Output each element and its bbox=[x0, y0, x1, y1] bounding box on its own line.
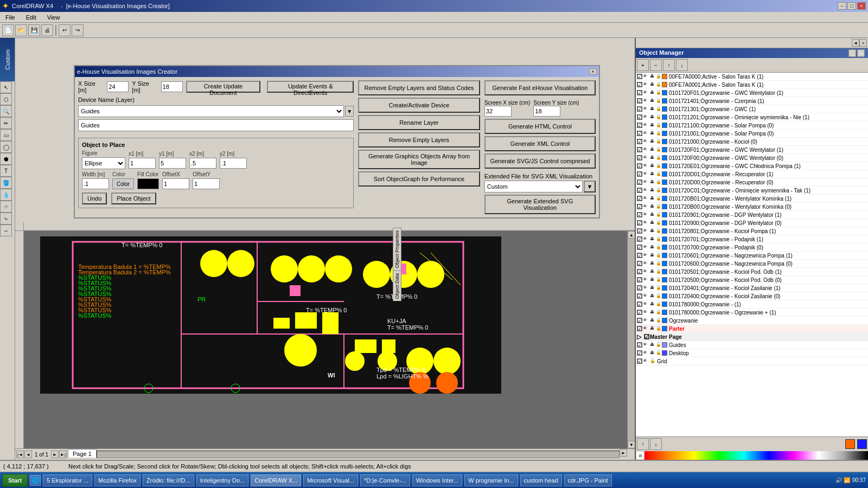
table-row[interactable]: ☑ 👁 🖶 🔒 0101720400;Ogrzewanie - Kocioł Z… bbox=[636, 292, 868, 300]
gen-xml-btn[interactable]: Generate XML Control bbox=[484, 136, 596, 151]
tb-open[interactable]: 📂 bbox=[15, 24, 27, 36]
device-select[interactable]: Guides bbox=[78, 105, 344, 117]
table-row[interactable]: ☑ 👁 🖶 🔒 0101720D00;Ogrzewanie - Recupera… bbox=[636, 178, 868, 187]
size-y-input[interactable] bbox=[161, 81, 183, 92]
table-row[interactable]: ☑ 👁 🖶 🔒 0101721000;Ogrzewanie - Kocioł (… bbox=[636, 138, 868, 146]
taskbar-item-paint[interactable]: cdr.JPG - Paint bbox=[564, 474, 612, 486]
table-row[interactable]: ☑ 👁 🖶 🔒 0101720F01;Ogrzewanie - GWC Went… bbox=[636, 146, 868, 154]
screen-x-input[interactable] bbox=[484, 106, 512, 117]
table-row[interactable]: ☑ 👁 🖶 🔒 0101720700;Ogrzewanie - Podajnik… bbox=[636, 243, 868, 252]
table-row[interactable]: ☑ 👁 🖶 🔒 0101720501;Ogrzewanie - Kocioł P… bbox=[636, 268, 868, 276]
table-row[interactable]: ☑ 👁 🖶 🔒 0101780000;Ogrzewanie - Ogrzewan… bbox=[636, 309, 868, 317]
offsetx-input[interactable] bbox=[162, 178, 189, 189]
tool-fill[interactable]: 🪣 bbox=[0, 177, 12, 189]
create-activate-btn[interactable]: Create/Activate Device bbox=[358, 98, 480, 113]
tool-select[interactable]: ↖ bbox=[0, 81, 12, 93]
tab-object-data[interactable]: Object Data bbox=[393, 271, 401, 301]
tb-redo[interactable]: ↪ bbox=[72, 24, 84, 36]
tool-freehand[interactable]: ✏ bbox=[0, 117, 12, 129]
table-row[interactable]: ☑ 👁 🖶 🔒 0101720601;Ogrzewanie - Nagrzewn… bbox=[636, 252, 868, 260]
tool-measure[interactable]: ↔ bbox=[0, 224, 12, 236]
new-layer-btn[interactable]: + bbox=[637, 59, 649, 71]
layer-eye-icon[interactable]: 👁 bbox=[643, 74, 649, 79]
table-row[interactable]: ☑ 👁 🖶 🔒 00FE7A0000;Active - Salon Taras … bbox=[636, 73, 868, 81]
tool-ellipse[interactable]: ◯ bbox=[0, 141, 12, 153]
update-events-btn[interactable]: Update Events & DirectEvents bbox=[267, 81, 354, 93]
table-row[interactable]: ☑ 👁 🖶 🔒 0101720701;Ogrzewanie - Podajnik… bbox=[636, 235, 868, 243]
v-scrollbar[interactable]: ▲ ▼ bbox=[627, 231, 635, 448]
table-row[interactable]: ☑ 👁 🖶 🔒 0101720900;Ogrzewanie - DGP Went… bbox=[636, 219, 868, 227]
tool-zoom[interactable]: 🔍 bbox=[0, 105, 12, 117]
offsety-input[interactable] bbox=[193, 178, 220, 189]
table-row[interactable]: ☑ 👁 🖶 🔒 0101721100;Ogrzewanie - Solar Po… bbox=[636, 121, 868, 130]
table-row[interactable]: ☑ 👁 🖶 🔒 0101720901;Ogrzewanie - DGP Went… bbox=[636, 211, 868, 219]
color-swatch-blue[interactable] bbox=[857, 439, 867, 449]
menu-edit[interactable]: Edit bbox=[23, 13, 40, 22]
table-row[interactable]: ☑ 👁 🖶 🔒 0101780000;Ogrzewanie - (1) bbox=[636, 300, 868, 309]
table-row[interactable]: ☑ 👁 🖶 🔒 0101721301;Ogrzewanie - GWC (1) bbox=[636, 105, 868, 113]
table-row[interactable]: ☑ 👁 🖶 🔒 0101720F01;Ogrzewanie - GWC Went… bbox=[636, 89, 868, 97]
gen-ext-svg-btn[interactable]: Generate Extended SVG Visualization bbox=[484, 195, 596, 214]
scroll-right-btn[interactable]: ► bbox=[620, 449, 627, 457]
page-prev-btn[interactable]: ◄ bbox=[24, 451, 32, 458]
taskbar-item-windows[interactable]: Windows Inter... bbox=[412, 474, 462, 486]
page-next-btn[interactable]: ► bbox=[51, 451, 59, 458]
h-scroll-track[interactable] bbox=[97, 451, 620, 458]
table-row[interactable]: ☑ 👁 🖶 🔒 0101720C01;Ogrzewanie - Ominięci… bbox=[636, 187, 868, 195]
table-row[interactable]: ☑ 👁 🖶 🔒 0101720801;Ogrzewanie - Kocioł P… bbox=[636, 227, 868, 235]
tool-interact[interactable]: ☞ bbox=[0, 201, 12, 213]
table-row[interactable]: ☑ 👁 🖶 🔒 0101720B01;Ogrzewanie - Wentylat… bbox=[636, 195, 868, 203]
panel-expand-btn[interactable]: ◄ bbox=[852, 39, 859, 47]
taskbar-item-coreldraw[interactable]: CorelDRAW X... bbox=[251, 474, 301, 486]
color-palette[interactable] bbox=[644, 451, 868, 460]
width-input[interactable] bbox=[82, 178, 109, 189]
panel-close-all-btn[interactable]: × bbox=[859, 39, 867, 47]
table-row[interactable]: ☑ 👁 🖶 🔒 0101720E01;Ogrzewanie - GWC Chło… bbox=[636, 162, 868, 170]
color-palette-bar[interactable]: ⊘ bbox=[636, 451, 868, 460]
outer-minimize-btn[interactable]: − bbox=[838, 2, 846, 10]
del-layer-btn[interactable]: − bbox=[650, 59, 662, 71]
outer-close-btn[interactable]: × bbox=[857, 2, 866, 10]
undo-btn[interactable]: Undo bbox=[82, 192, 107, 204]
screen-y-input[interactable] bbox=[533, 106, 560, 117]
fast-ehouse-btn[interactable]: Generate Fast eHouse Visualisation bbox=[484, 80, 596, 95]
fill-color-picker[interactable] bbox=[137, 178, 159, 189]
layer-checkbox[interactable]: ☑ bbox=[637, 74, 642, 79]
layer-print-icon[interactable]: 🖶 bbox=[650, 74, 655, 79]
x2-input[interactable] bbox=[189, 158, 216, 169]
gen-html-btn[interactable]: Generate HTML Control bbox=[484, 119, 596, 134]
table-row[interactable]: ☑ 👁 🖶 🔒 0101721401;Ogrzewanie - Czerpnia… bbox=[636, 97, 868, 105]
taskbar-item-firefox[interactable]: Mozilla Firefox bbox=[94, 474, 141, 486]
table-row[interactable]: ☑ 👁 🖶 🔒 0101720F00;Ogrzewanie - GWC Went… bbox=[636, 154, 868, 162]
move-down-btn[interactable]: ↓ bbox=[676, 59, 688, 71]
plugin-close-btn[interactable]: × bbox=[589, 68, 597, 75]
taskbar-item-custom-head[interactable]: custom head bbox=[520, 474, 562, 486]
taskbar-item-d[interactable]: *D:|e-Comvle-... bbox=[360, 474, 410, 486]
table-row[interactable]: ☑ 👁 🖶 🔓 Desktop bbox=[636, 349, 868, 357]
table-row[interactable]: ☑ 👁 🖶 🔒 0101721001;Ogrzewanie - Solar Po… bbox=[636, 130, 868, 138]
size-x-input[interactable] bbox=[107, 81, 129, 92]
no-fill-btn[interactable]: ⊘ bbox=[636, 451, 644, 460]
ext-dropdown-btn[interactable]: ▼ bbox=[584, 181, 596, 192]
taskbar-item-visual[interactable]: Microsoft Visual... bbox=[303, 474, 358, 486]
table-row[interactable]: ☑ 👁 🖶 🔒 0101720B00;Ogrzewanie - Wentylat… bbox=[636, 203, 868, 211]
taskbar-item-explorer[interactable]: 5 Eksplorator ... bbox=[43, 474, 92, 486]
tool-poly[interactable]: ⬟ bbox=[0, 153, 12, 165]
tb-new[interactable]: 📄 bbox=[2, 24, 14, 36]
layer-list[interactable]: ☑ 👁 🖶 🔒 00FE7A0000;Active - Salon Taras … bbox=[636, 73, 868, 436]
tb-print[interactable]: 🖨 bbox=[41, 24, 53, 36]
figure-select[interactable]: Ellipse bbox=[82, 157, 125, 169]
tool-text[interactable]: T bbox=[0, 165, 12, 177]
tool-eyedrop[interactable]: 💧 bbox=[0, 189, 12, 201]
table-row[interactable]: ☑ 👁 🔓 Grid bbox=[636, 357, 868, 365]
outer-maximize-btn[interactable]: □ bbox=[847, 2, 856, 10]
layer-lock-icon[interactable]: 🔒 bbox=[656, 74, 661, 79]
remove-empty-btn[interactable]: Remove Empty Layers bbox=[358, 132, 480, 147]
color-picker[interactable]: Color bbox=[112, 178, 134, 189]
color-swatch-orange[interactable] bbox=[845, 439, 855, 449]
table-row[interactable]: ☑ 👁 🖶 🔒 Parter bbox=[636, 325, 868, 333]
taskbar-item-wprog[interactable]: W programie In... bbox=[464, 474, 518, 486]
scroll-up-btn[interactable]: ▲ bbox=[628, 231, 635, 239]
panel-nav-down[interactable]: ↓ bbox=[650, 438, 662, 450]
tool-connector[interactable]: ⤷ bbox=[0, 213, 12, 224]
